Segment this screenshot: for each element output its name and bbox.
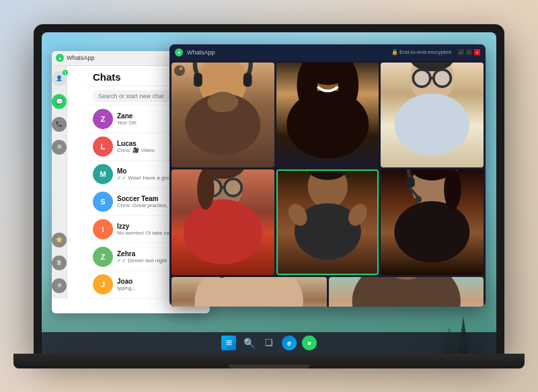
video-close-button[interactable]: × bbox=[474, 49, 480, 55]
windows-start-icon[interactable]: ⊞ bbox=[221, 336, 236, 350]
video-minimize-button[interactable]: ─ bbox=[458, 49, 464, 55]
wa-chats-title: Chats bbox=[93, 71, 121, 83]
video-app-title: WhatsApp bbox=[187, 49, 387, 56]
laptop-body: ● WhatsApp ─ □ × 👤 3 bbox=[13, 24, 525, 368]
video-cell-6 bbox=[381, 169, 484, 275]
video-cell-bottom-2 bbox=[329, 277, 484, 307]
chat-avatar: J bbox=[93, 274, 113, 295]
svg-point-13 bbox=[434, 70, 451, 87]
svg-point-32 bbox=[415, 196, 422, 202]
video-encrypted-label: 🔒 End-to-end encrypted bbox=[391, 49, 451, 55]
svg-rect-2 bbox=[194, 73, 202, 87]
video-window-controls: ─ □ × bbox=[458, 49, 480, 55]
svg-point-40 bbox=[352, 277, 460, 307]
search-taskbar-icon[interactable]: 🔍 bbox=[241, 336, 256, 350]
video-app-logo: ● bbox=[175, 48, 183, 56]
video-cell-1: 🎤 bbox=[171, 63, 274, 168]
taskbar: ⊞ 🔍 ❑ e ● bbox=[42, 332, 496, 354]
video-cell-bottom-1 bbox=[171, 277, 327, 307]
svg-point-19 bbox=[225, 179, 241, 196]
sidebar-item-calls[interactable]: 📞 bbox=[52, 117, 67, 132]
svg-point-6 bbox=[286, 90, 369, 159]
chat-avatar: I bbox=[93, 219, 113, 239]
video-bottom-row bbox=[169, 277, 486, 307]
svg-point-36 bbox=[195, 277, 303, 307]
chat-avatar: Z bbox=[93, 247, 113, 267]
chat-avatar: M bbox=[93, 164, 113, 184]
edge-taskbar-icon[interactable]: e bbox=[282, 336, 297, 350]
notification-badge: 3 bbox=[63, 70, 68, 75]
svg-rect-30 bbox=[406, 177, 415, 187]
sidebar-item-settings[interactable]: ⚙ bbox=[52, 140, 67, 155]
svg-point-4 bbox=[207, 92, 238, 113]
whatsapp-taskbar-icon[interactable]: ● bbox=[302, 336, 317, 350]
svg-point-17 bbox=[184, 200, 262, 265]
svg-point-12 bbox=[414, 70, 430, 87]
svg-point-11 bbox=[395, 94, 470, 156]
laptop-base bbox=[13, 354, 525, 368]
video-maximize-button[interactable]: □ bbox=[466, 49, 472, 55]
sidebar-item-gear[interactable]: ⚙ bbox=[52, 278, 67, 293]
video-grid: 🎤 bbox=[169, 61, 486, 277]
sidebar-avatar: 👤 3 bbox=[52, 71, 67, 86]
chat-avatar: L bbox=[93, 136, 113, 157]
video-titlebar: ● WhatsApp 🔒 End-to-end encrypted ─ □ × bbox=[169, 44, 486, 61]
laptop-outer: ● WhatsApp ─ □ × 👤 3 bbox=[34, 24, 504, 354]
svg-rect-3 bbox=[243, 73, 252, 87]
chat-avatar: S bbox=[93, 192, 113, 212]
chat-avatar: Z bbox=[93, 109, 113, 129]
sidebar-item-starred[interactable]: ⭐ bbox=[52, 233, 67, 247]
wa-app-title: WhatsApp bbox=[67, 54, 181, 61]
video-cell-2 bbox=[276, 63, 379, 168]
video-cell-3 bbox=[381, 63, 484, 168]
video-call-window: ● WhatsApp 🔒 End-to-end encrypted ─ □ × bbox=[169, 44, 486, 307]
taskview-taskbar-icon[interactable]: ❑ bbox=[262, 336, 276, 350]
sidebar-item-chats[interactable]: 💬 bbox=[52, 94, 67, 109]
laptop-screen-bezel: ● WhatsApp ─ □ × 👤 3 bbox=[42, 32, 496, 354]
video-cell-5 bbox=[276, 169, 379, 275]
wa-app-logo: ● bbox=[56, 54, 64, 62]
svg-point-29 bbox=[395, 201, 470, 263]
video-cell-4 bbox=[171, 169, 274, 275]
wa-sidebar: 👤 3 💬 📞 ⚙ ⭐ 🗑 ⚙ bbox=[52, 66, 67, 299]
windows-desktop: ● WhatsApp ─ □ × 👤 3 bbox=[42, 32, 496, 354]
mic-off-indicator-1: 🎤 bbox=[174, 65, 185, 76]
svg-point-8 bbox=[297, 63, 317, 110]
sidebar-item-archive[interactable]: 🗑 bbox=[52, 256, 67, 270]
svg-point-34 bbox=[444, 169, 461, 210]
svg-point-22 bbox=[197, 169, 214, 210]
svg-point-9 bbox=[338, 63, 358, 110]
